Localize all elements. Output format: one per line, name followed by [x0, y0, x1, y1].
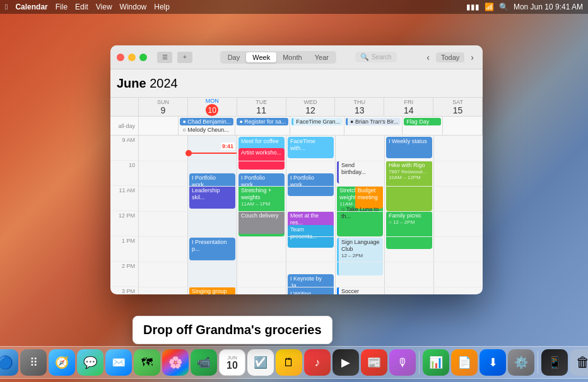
- spotlight-icon[interactable]: 🔍: [499, 3, 509, 11]
- allday-event-brian[interactable]: ● Brian Tran's Bir...: [346, 118, 401, 125]
- menu-window[interactable]: Window: [120, 3, 147, 11]
- dock-separator: [419, 351, 420, 374]
- prev-button[interactable]: ‹: [424, 52, 432, 62]
- allday-event-flagday[interactable]: Flag Day: [404, 118, 440, 125]
- event-presentation-mon[interactable]: I Presentation p...: [189, 238, 235, 260]
- search-box[interactable]: 🔍 Search: [355, 52, 397, 62]
- calendar-window: ☰ + Day Week Month Year 🔍 Search ‹ Today…: [110, 45, 483, 294]
- dock-icon-launchpad[interactable]: ⠿: [20, 349, 47, 376]
- view-tabs: Day Week Month Year: [220, 51, 336, 64]
- day-col-tue: Meet for coffee Artist worksho... I Port…: [237, 136, 286, 294]
- allday-mon: ● Chad Benjamin... ○ Melody Cheun...: [179, 117, 235, 135]
- new-event-button[interactable]: +: [177, 52, 192, 63]
- allday-tue: ● Register for sa...: [235, 117, 290, 135]
- dock-icon-messages[interactable]: 💬: [77, 349, 103, 376]
- tooltip-text: Drop off Grandma's groceries: [143, 323, 322, 337]
- event-leadership[interactable]: Leadership skil...: [189, 186, 235, 209]
- wifi-icon: 📶: [485, 3, 494, 11]
- day-col-sun: [139, 136, 188, 294]
- today-button[interactable]: Today: [436, 52, 464, 62]
- dock-icon-notes[interactable]: 🗒: [276, 349, 302, 376]
- day-col-sat: [434, 136, 483, 294]
- allday-label: all-day: [110, 117, 139, 135]
- dock-icon-systemprefs[interactable]: ⚙️: [508, 349, 534, 376]
- dock-icon-mail[interactable]: ✉️: [105, 349, 132, 376]
- dock-icon-maps[interactable]: 🗺: [134, 349, 160, 376]
- dock-icon-podcasts[interactable]: 🎙: [389, 349, 416, 376]
- time-11am: 11 AM: [110, 186, 138, 211]
- clock: Mon Jun 10 9:41 AM: [514, 3, 583, 11]
- day-col-wed: FaceTime with... I Portfolio work... Mee…: [286, 136, 336, 294]
- battery-icon: ▮▮▮: [466, 3, 479, 11]
- event-luna[interactable]: ○ Take Luna to th...: [337, 205, 383, 228]
- event-artist[interactable]: Artist worksho...: [238, 148, 285, 170]
- time-column: 9 AM 10 11 AM 12 PM 1 PM 2 PM 3 PM 4 PM …: [110, 136, 139, 294]
- dock-icon-facetime[interactable]: 📹: [191, 349, 217, 376]
- next-button[interactable]: ›: [468, 52, 476, 62]
- dock-icon-appstore[interactable]: ⬇: [479, 349, 506, 376]
- dock-icon-pages[interactable]: 📄: [451, 349, 478, 376]
- day-headers: SUN 9 MON 10 TUE 11 WED 12 THU 13: [110, 98, 483, 117]
- menu-view[interactable]: View: [96, 3, 112, 11]
- menu-file[interactable]: File: [56, 3, 68, 11]
- dock-icon-reminders[interactable]: ☑️: [247, 349, 274, 376]
- event-couch[interactable]: Couch delivery: [238, 211, 285, 234]
- minimize-button[interactable]: [128, 54, 136, 61]
- day-col-fri: I Weekly status Hike with Rigo 7867 Redw…: [385, 136, 434, 294]
- maximize-button[interactable]: [139, 54, 147, 61]
- allday-sun: [139, 117, 179, 135]
- close-button[interactable]: [117, 54, 124, 61]
- time-grid: 9 AM 10 11 AM 12 PM 1 PM 2 PM 3 PM 4 PM …: [110, 136, 483, 294]
- dock-icon-appletv[interactable]: ▶: [332, 349, 359, 376]
- event-facetime-call[interactable]: FaceTime with...: [288, 137, 334, 158]
- event-singing[interactable]: Singing group: [189, 287, 235, 294]
- event-soccer[interactable]: Soccer practice: [337, 287, 383, 294]
- day-col-mon: 9:41 I Portfolio work... Leadership skil…: [188, 136, 237, 294]
- allday-fri: Flag Day: [403, 117, 442, 135]
- menubar:  Calendar File Edit View Window Help ▮▮…: [0, 0, 588, 14]
- menu-help[interactable]: Help: [154, 3, 170, 11]
- tab-day[interactable]: Day: [221, 52, 247, 62]
- dock-icon-safari[interactable]: 🧭: [49, 349, 75, 376]
- allday-row: all-day ● Chad Benjamin... ○ Melody Cheu…: [110, 117, 483, 136]
- app-name[interactable]: Calendar: [15, 3, 47, 11]
- dock: 🔵 ⠿ 🧭 💬 ✉️ 🗺 🌸 📹 J: [0, 346, 588, 379]
- dock-icon-news[interactable]: 📰: [361, 349, 387, 376]
- day-header-sat: SAT 15: [433, 98, 483, 116]
- day-columns: 9:41 I Portfolio work... Leadership skil…: [139, 136, 483, 294]
- menu-edit[interactable]: Edit: [75, 3, 88, 11]
- tab-year[interactable]: Year: [309, 52, 335, 62]
- tab-month[interactable]: Month: [276, 52, 309, 62]
- allday-event-register[interactable]: ● Register for sa...: [237, 118, 288, 125]
- event-sign-lang[interactable]: Sign Language Club 12 – 2PM: [337, 238, 383, 275]
- dock-icon-calendar[interactable]: JUN 10: [219, 349, 245, 376]
- current-time-indicator: 9:41: [188, 153, 237, 154]
- dock-icon-music[interactable]: ♪: [304, 349, 331, 376]
- time-col-header: [110, 98, 139, 116]
- allday-sat: [443, 117, 483, 135]
- dock-container: 🔵 ⠿ 🧭 💬 ✉️ 🗺 🌸 📹 J: [0, 346, 588, 379]
- day-header-wed: WED 12: [286, 98, 336, 116]
- dock-icon-iphone[interactable]: 📱: [541, 349, 568, 376]
- calendar-header: June 2024: [110, 69, 483, 98]
- day-header-tue: TUE 11: [237, 98, 286, 116]
- allday-event-melody[interactable]: ○ Melody Cheun...: [180, 126, 233, 134]
- calendar-grid: SUN 9 MON 10 TUE 11 WED 12 THU 13: [110, 98, 483, 294]
- event-portfolio-wed[interactable]: I Portfolio work...: [288, 173, 334, 196]
- day-header-sun: SUN 9: [139, 98, 188, 116]
- dock-icon-photos[interactable]: 🌸: [162, 349, 189, 376]
- day-header-fri: FRI 14: [384, 98, 433, 116]
- dock-icon-trash[interactable]: 🗑: [570, 349, 588, 376]
- apple-menu[interactable]: : [5, 3, 8, 11]
- tab-week[interactable]: Week: [246, 52, 276, 62]
- allday-event-facetime[interactable]: FaceTime Gran...: [291, 118, 343, 125]
- time-12pm: 12 PM: [110, 211, 138, 236]
- dock-icon-numbers[interactable]: 📊: [423, 349, 449, 376]
- event-family-picnic[interactable]: Family picnic ○ 12 – 2PM: [386, 211, 432, 249]
- event-writing[interactable]: I Writing sessio...: [288, 289, 334, 294]
- dock-icon-finder[interactable]: 🔵: [0, 349, 18, 376]
- event-birthday[interactable]: Send birthday...: [337, 161, 383, 183]
- sidebar-toggle[interactable]: ☰: [157, 52, 172, 63]
- event-weekly-status[interactable]: I Weekly status: [386, 137, 432, 158]
- allday-event-chad[interactable]: ● Chad Benjamin...: [180, 118, 233, 125]
